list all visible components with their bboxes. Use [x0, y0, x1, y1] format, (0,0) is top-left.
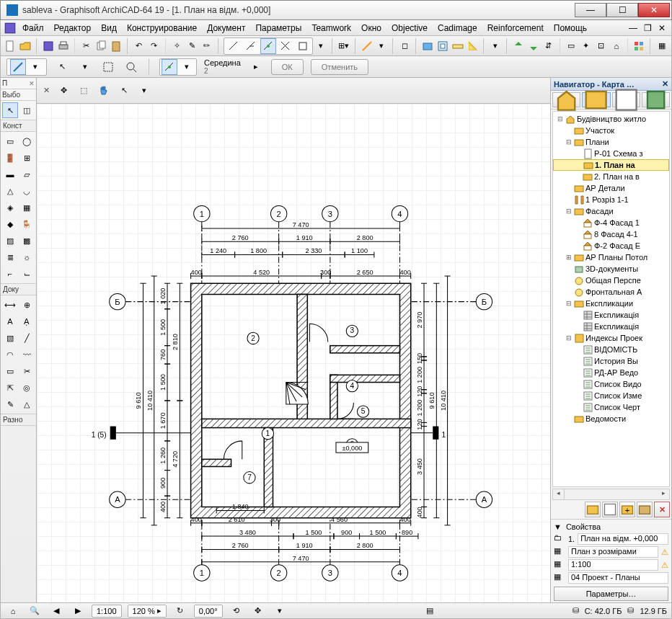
zoom-next-icon[interactable]: ▶ — [70, 603, 86, 619]
home-button[interactable]: ⌂ — [610, 38, 623, 54]
hand-tool[interactable] — [96, 83, 112, 99]
zoom-fit-icon[interactable]: 🔍 — [27, 603, 43, 619]
tree-item[interactable]: ⊟Плани — [553, 136, 669, 148]
close-button[interactable]: ✕ — [638, 3, 670, 17]
menu-document[interactable]: Документ — [203, 22, 249, 35]
palette-button[interactable] — [632, 38, 645, 54]
arrow-dropdown[interactable]: ▾ — [77, 59, 93, 75]
snap-midpoint-dropdown[interactable]: ▾ — [179, 59, 195, 75]
tree-item[interactable]: Участок — [553, 125, 669, 136]
angle-display[interactable]: 0,00° — [194, 605, 223, 618]
worksheet-tool[interactable]: ✎ — [2, 396, 18, 412]
new-file-button[interactable] — [4, 38, 17, 54]
suspend-button[interactable]: ◻ — [398, 38, 411, 54]
menu-design[interactable]: Конструирование — [123, 22, 201, 35]
tree-item[interactable]: Список Черт — [553, 401, 669, 413]
find-select-button[interactable] — [123, 59, 139, 75]
snap-dropdown[interactable]: ▾ — [315, 38, 328, 54]
quick-options-icon[interactable]: ▾ — [272, 603, 288, 619]
magic-wand-button[interactable]: ✧ — [170, 38, 183, 54]
app-menu-icon[interactable] — [4, 22, 17, 35]
view3d-button[interactable]: ▾ — [489, 38, 502, 54]
tree-item[interactable]: ⊟Фасади — [553, 205, 669, 217]
mdi-close-icon[interactable]: ✕ — [655, 22, 668, 35]
corner-tool[interactable]: ⌐ — [2, 266, 18, 282]
navigator-tree[interactable]: ⊟Будівництво житлоУчасток⊟ПланиР-01 Схем… — [552, 111, 670, 487]
snap-mode-5[interactable] — [295, 38, 311, 54]
tree-item[interactable]: Ведомости — [553, 413, 669, 424]
wall-end-tool[interactable]: ⌙ — [19, 266, 35, 282]
line-tool[interactable]: ╱ — [19, 330, 35, 346]
snap-midpoint-button[interactable] — [162, 59, 177, 75]
library-button[interactable]: ▦ — [655, 38, 668, 54]
menu-window[interactable]: Окно — [357, 22, 386, 35]
snap-grid-button[interactable]: ⊞▾ — [337, 38, 350, 54]
window-tool[interactable]: ⊞ — [19, 150, 35, 166]
tree-item[interactable]: РД-АР Ведо — [553, 367, 669, 378]
arrow-cursor-button[interactable]: ↖ — [54, 59, 70, 75]
roof-tool[interactable]: △ — [2, 183, 18, 199]
snap-mode-3[interactable] — [260, 38, 276, 54]
minimize-button[interactable]: — — [575, 3, 606, 17]
pan-tool-icon[interactable]: ✥ — [56, 83, 71, 99]
cut-button[interactable]: ✂ — [79, 38, 92, 54]
orientation-icon[interactable]: ↻ — [172, 603, 188, 619]
menu-teamwork[interactable]: Teamwork — [307, 22, 355, 35]
nav-new-folder-button[interactable] — [585, 502, 601, 517]
orbit-icon[interactable]: ⟲ — [229, 603, 244, 619]
tree-item[interactable]: Р-01 Схема з — [553, 148, 669, 159]
menu-file[interactable]: Файл — [18, 22, 48, 35]
detail-tool[interactable]: ◎ — [19, 380, 35, 396]
reference-button[interactable] — [436, 38, 449, 54]
tree-item[interactable]: ⊟Будівництво житло — [553, 113, 669, 125]
tree-item[interactable]: Фронтальная А — [553, 286, 669, 298]
measure-button[interactable]: 📐 — [467, 38, 479, 54]
snap-mode-2[interactable] — [243, 38, 259, 54]
nav-clone-button[interactable]: + — [619, 502, 635, 517]
copy-button[interactable] — [94, 38, 107, 54]
tree-item[interactable]: 3D-документы — [553, 263, 669, 275]
nav-tab-publisher[interactable] — [642, 92, 670, 107]
zoom-home-icon[interactable]: ⌂ — [5, 603, 21, 619]
slab-tool[interactable]: ▱ — [19, 166, 35, 182]
paste-button[interactable] — [110, 38, 123, 54]
property-row[interactable]: ▦План з розмірами⚠ — [554, 545, 668, 558]
print-button[interactable] — [57, 38, 70, 54]
zoom-prev-icon[interactable]: ◀ — [48, 603, 64, 619]
navigator-hscroll[interactable]: ◂▸ — [552, 489, 670, 500]
mdi-restore-icon[interactable]: ❐ — [641, 22, 654, 35]
nav-delete-button[interactable]: ✕ — [654, 502, 670, 517]
geometry-method-1[interactable] — [10, 59, 26, 75]
property-row[interactable]: ▦1:100⚠ — [554, 558, 668, 571]
trace-button[interactable] — [421, 38, 434, 54]
snap-mode-1[interactable] — [226, 38, 242, 54]
nav-tab-project[interactable] — [552, 92, 580, 107]
menu-cadimage[interactable]: Cadimage — [433, 22, 482, 35]
tree-item[interactable]: ⊞АР Планы Потол — [553, 251, 669, 263]
stair-tool[interactable]: ≣ — [2, 249, 18, 265]
tree-item[interactable]: 1. План на — [553, 159, 669, 171]
floor-down-button[interactable] — [527, 38, 540, 54]
wall-tool-button[interactable]: ▭ — [565, 38, 578, 54]
marquee-button[interactable] — [100, 59, 116, 75]
redo-button[interactable]: ↷ — [148, 38, 161, 54]
beam-tool[interactable]: ▬ — [2, 166, 18, 182]
skylight-tool[interactable]: ◈ — [2, 200, 18, 215]
toolbox-close-icon[interactable]: ✕ — [29, 80, 35, 87]
nav-tab-viewmap[interactable] — [582, 92, 610, 107]
elevation-tool[interactable]: ⇱ — [2, 380, 18, 396]
tree-item[interactable]: Список Видо — [553, 378, 669, 390]
select-rect-tool[interactable]: ⬚ — [76, 83, 92, 99]
object-tool[interactable]: 🪑 — [19, 216, 35, 232]
dimension-tool[interactable]: ⟷ — [2, 297, 18, 313]
menu-view[interactable]: Вид — [97, 22, 121, 35]
drawing-tool[interactable]: ▭ — [2, 363, 18, 379]
column-tool[interactable]: ◯ — [19, 133, 35, 149]
shell-tool[interactable]: ◡ — [19, 183, 35, 199]
arc-tool[interactable]: ◠ — [2, 347, 18, 362]
lamp-tool[interactable]: ☼ — [19, 249, 35, 265]
menu-objective[interactable]: Objective — [387, 22, 432, 35]
cancel-button[interactable]: Отменить — [311, 59, 368, 75]
undo-button[interactable]: ↶ — [133, 38, 146, 54]
fill-tool[interactable]: ▧ — [2, 330, 18, 346]
